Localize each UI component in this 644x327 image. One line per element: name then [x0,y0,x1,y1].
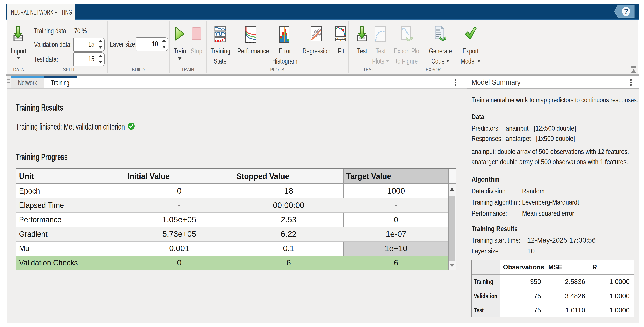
svg-text:?: ? [624,7,628,16]
